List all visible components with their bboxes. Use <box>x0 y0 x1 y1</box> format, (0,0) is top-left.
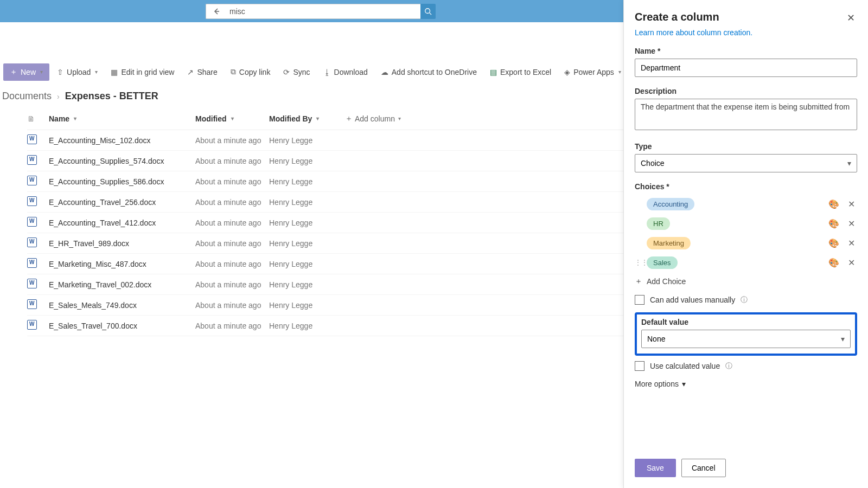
word-doc-icon <box>27 155 37 165</box>
cancel-button[interactable]: Cancel <box>681 459 726 477</box>
remove-choice-icon[interactable]: ✕ <box>846 198 857 210</box>
new-label: New <box>21 68 36 76</box>
modified-column[interactable]: Modified▾ <box>195 114 269 123</box>
excel-icon: ▤ <box>490 68 497 76</box>
word-doc-icon <box>27 134 37 144</box>
file-name[interactable]: E_Marketing_Misc_487.docx <box>49 260 195 268</box>
file-modified: About a minute ago <box>195 198 269 207</box>
file-modified-by: Henry Legge <box>269 260 345 268</box>
edit-grid-button[interactable]: ▦Edit in grid view <box>105 63 180 81</box>
word-doc-icon <box>27 237 37 247</box>
file-modified-by: Henry Legge <box>269 239 345 248</box>
chevron-down-icon: ▾ <box>841 335 845 343</box>
file-name[interactable]: E_Accounting_Supplies_586.docx <box>49 177 195 186</box>
chevron-down-icon: ▾ <box>847 159 851 168</box>
palette-icon[interactable]: 🎨 <box>826 217 841 230</box>
plus-icon: ＋ <box>10 67 17 77</box>
file-name[interactable]: E_Accounting_Travel_256.docx <box>49 198 195 207</box>
manual-values-label: Can add values manually <box>650 296 735 304</box>
new-button[interactable]: ＋ New ▾ <box>3 63 49 81</box>
choice-chip[interactable]: HR <box>647 217 670 230</box>
file-modified-by: Henry Legge <box>269 177 345 186</box>
chevron-down-icon: ▾ <box>95 69 98 75</box>
upload-button[interactable]: ⇧Upload▾ <box>52 63 103 81</box>
choice-chip[interactable]: Marketing <box>647 237 691 249</box>
copy-link-button[interactable]: ⧉Copy link <box>225 63 276 81</box>
manual-values-checkbox[interactable] <box>635 295 644 305</box>
shortcut-button[interactable]: ☁Add shortcut to OneDrive <box>375 63 482 81</box>
remove-choice-icon[interactable]: ✕ <box>846 217 857 230</box>
chevron-down-icon: ▾ <box>618 69 621 75</box>
chevron-down-icon: ▾ <box>40 69 43 75</box>
info-icon[interactable]: ⓘ <box>725 361 732 371</box>
column-name-input[interactable] <box>635 59 857 77</box>
search-button[interactable] <box>420 4 436 19</box>
file-modified-by: Henry Legge <box>269 198 345 207</box>
close-button[interactable]: ✕ <box>845 11 857 25</box>
save-button[interactable]: Save <box>635 459 676 477</box>
type-select[interactable]: Choice ▾ <box>635 154 857 172</box>
file-name[interactable]: E_Accounting_Travel_412.docx <box>49 219 195 227</box>
file-name[interactable]: E_Accounting_Misc_102.docx <box>49 136 195 145</box>
grid-icon: ▦ <box>111 68 118 76</box>
file-name[interactable]: E_Sales_Travel_700.docx <box>49 322 195 330</box>
name-label: Name * <box>635 47 857 55</box>
info-icon[interactable]: ⓘ <box>741 295 748 305</box>
chevron-down-icon: ▾ <box>398 115 401 121</box>
create-column-panel: Create a column ✕ Learn more about colum… <box>623 0 868 488</box>
name-column[interactable]: Name▾ <box>49 114 195 123</box>
file-modified-by: Henry Legge <box>269 322 345 330</box>
add-column-button[interactable]: ＋Add column▾ <box>345 114 432 124</box>
sync-button[interactable]: ⟳Sync <box>278 63 315 81</box>
close-icon: ✕ <box>847 12 855 23</box>
upload-icon: ⇧ <box>57 68 63 76</box>
palette-icon[interactable]: 🎨 <box>826 237 841 249</box>
word-doc-icon <box>27 299 37 309</box>
remove-choice-icon[interactable]: ✕ <box>846 237 857 249</box>
learn-more-link[interactable]: Learn more about column creation. <box>635 28 857 37</box>
file-name[interactable]: E_Sales_Meals_749.docx <box>49 301 195 310</box>
power-apps-button[interactable]: ◈Power Apps▾ <box>559 63 627 81</box>
file-name[interactable]: E_Accounting_Supplies_574.docx <box>49 157 195 165</box>
onedrive-icon: ☁ <box>381 68 388 76</box>
add-choice-button[interactable]: ＋ Add Choice <box>635 277 857 286</box>
word-doc-icon <box>27 196 37 206</box>
file-modified: About a minute ago <box>195 136 269 145</box>
calculated-value-label: Use calculated value <box>650 362 720 370</box>
choice-row: Marketing🎨✕ <box>635 233 857 253</box>
more-options-toggle[interactable]: More options ▾ <box>635 380 857 388</box>
doc-type-column[interactable]: 🗎 <box>27 114 49 123</box>
file-modified-by: Henry Legge <box>269 280 345 289</box>
file-modified-by: Henry Legge <box>269 301 345 310</box>
choice-row: ⋮⋮Sales🎨✕ <box>635 253 857 272</box>
palette-icon[interactable]: 🎨 <box>826 256 841 269</box>
search-input[interactable] <box>226 4 420 19</box>
drag-handle-icon[interactable]: ⋮⋮ <box>635 259 642 266</box>
calculated-value-row: Use calculated value ⓘ <box>635 361 857 371</box>
modified-by-column[interactable]: Modified By▾ <box>269 114 345 123</box>
plus-icon: ＋ <box>345 114 353 124</box>
chevron-right-icon: › <box>57 92 60 101</box>
default-value-select[interactable]: None ▾ <box>641 330 851 348</box>
share-button[interactable]: ↗Share <box>182 63 222 81</box>
column-description-input[interactable]: The department that the expense item is … <box>635 99 857 130</box>
calculated-value-checkbox[interactable] <box>635 361 644 371</box>
download-button[interactable]: ⭳Download <box>318 63 373 81</box>
file-name[interactable]: E_HR_Travel_989.docx <box>49 239 195 248</box>
breadcrumb-root[interactable]: Documents <box>2 91 52 102</box>
svg-point-0 <box>425 8 430 13</box>
search-box <box>206 4 436 19</box>
file-modified-by: Henry Legge <box>269 136 345 145</box>
file-name[interactable]: E_Marketing_Travel_002.docx <box>49 280 195 289</box>
choice-chip[interactable]: Sales <box>647 256 678 269</box>
panel-footer: Save Cancel <box>635 459 726 477</box>
choice-chip[interactable]: Accounting <box>647 198 694 210</box>
remove-choice-icon[interactable]: ✕ <box>846 256 857 269</box>
link-icon: ⧉ <box>231 67 236 76</box>
panel-title: Create a column <box>635 11 719 23</box>
choice-row: Accounting🎨✕ <box>635 194 857 214</box>
palette-icon[interactable]: 🎨 <box>826 198 841 210</box>
word-doc-icon <box>27 176 37 185</box>
search-back-button[interactable] <box>206 4 226 19</box>
export-excel-button[interactable]: ▤Export to Excel <box>484 63 557 81</box>
